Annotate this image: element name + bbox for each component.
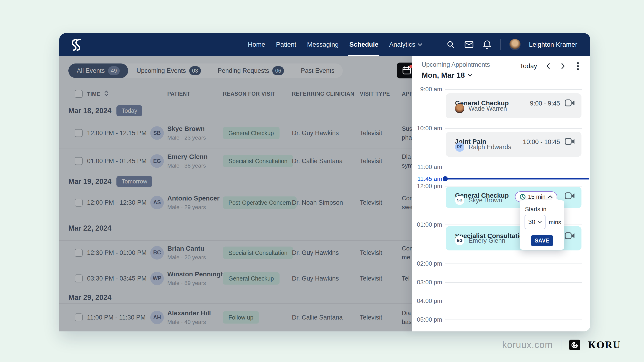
- person-name: Wade Warren: [468, 105, 507, 112]
- chevron-left-icon[interactable]: [544, 62, 552, 70]
- chevron-right-icon[interactable]: [559, 62, 567, 70]
- hour-line: [445, 186, 582, 186]
- appointment-time: 12:00 PM - 12:30 PM: [87, 199, 146, 206]
- user-avatar[interactable]: [509, 39, 520, 50]
- reason-pill: General Checkup: [223, 272, 280, 284]
- patient-name: Winston Pennington: [167, 270, 231, 278]
- top-nav: Home Patient Messaging Schedule Analytic…: [59, 33, 590, 56]
- group-date: Mar 29, 2024: [68, 294, 111, 302]
- visit-type: Televisit: [360, 314, 382, 321]
- video-camera-icon[interactable]: [565, 232, 575, 240]
- mail-icon[interactable]: [464, 40, 474, 50]
- select-all-checkbox[interactable]: [75, 90, 82, 98]
- visit-type: Televisit: [360, 199, 382, 206]
- koru-brand-name: KORU: [588, 339, 621, 351]
- panel-date-selector[interactable]: Mon, Mar 18: [422, 71, 472, 80]
- footer-divider: [561, 340, 562, 350]
- nav-actions: Leighton Kramer: [446, 33, 577, 56]
- today-button[interactable]: Today: [520, 62, 537, 70]
- table-row: 12:00 PM - 12:30 PM AS Antonio Spencer M…: [59, 189, 412, 216]
- referring-clinician: Dr. Guy Hawkins: [292, 249, 339, 256]
- patient-info: Antonio Spencer Male · 29 years: [167, 195, 220, 210]
- video-camera-icon[interactable]: [565, 138, 575, 146]
- patient-meta: Male · 23 years: [167, 134, 206, 141]
- hour-line: [445, 320, 582, 320]
- date-group-mar-22: Mar 22, 2024: [59, 216, 412, 240]
- table-row: 11:00 PM - 11:30 PM AH Alexander Hill Ma…: [59, 304, 412, 332]
- row-checkbox[interactable]: [75, 249, 82, 257]
- footer-site-link[interactable]: koruux.com: [502, 340, 553, 350]
- today-badge: Today: [116, 105, 142, 116]
- patient-info: Alexander Hill Male · 40 years: [167, 310, 211, 325]
- patient-info: Skye Brown Male · 23 years: [167, 125, 206, 141]
- panel-title: Upcoming Appointments: [422, 61, 490, 68]
- calendar-view-button[interactable]: [397, 62, 412, 78]
- time-label: 02:00 pm: [415, 260, 442, 267]
- column-patient: PATIENT: [167, 91, 190, 97]
- person-avatar: [455, 104, 464, 113]
- row-checkbox[interactable]: [75, 157, 82, 165]
- koru-logo-icon: [569, 340, 580, 350]
- referring-clinician: Dr. Callie Santana: [292, 314, 343, 321]
- search-icon[interactable]: [446, 40, 456, 50]
- tomorrow-badge: Tomorrow: [116, 176, 152, 187]
- row-checkbox[interactable]: [75, 314, 82, 322]
- time-label: 05:00 pm: [415, 316, 442, 323]
- patient-avatar: AS: [150, 196, 164, 209]
- patient-avatar: BC: [150, 246, 164, 260]
- notification-bell-icon[interactable]: [482, 40, 492, 50]
- save-button[interactable]: SAVE: [531, 235, 553, 246]
- date-group-mar-29: Mar 29, 2024: [59, 292, 412, 304]
- appointment-time: 11:00 PM - 11:30 PM: [87, 314, 146, 321]
- brand-logo-icon[interactable]: [70, 38, 85, 51]
- appointment-person: Wade Warren: [455, 104, 507, 113]
- starts-in-label: Starts in: [525, 206, 546, 213]
- reason-pill: Follow up: [223, 311, 259, 324]
- row-checkbox[interactable]: [75, 198, 82, 206]
- appointment-person: SB Skye Brown: [455, 196, 502, 205]
- row-checkbox[interactable]: [75, 129, 82, 137]
- current-time-label: 11:45 am: [415, 175, 442, 182]
- tab-pending-requests[interactable]: Pending Requests 06: [209, 64, 292, 78]
- chevron-down-icon: [538, 221, 542, 223]
- appointment-person: RE Ralph Edwards: [455, 142, 511, 152]
- tab-upcoming-events[interactable]: Upcoming Events 03: [128, 64, 209, 78]
- minutes-select[interactable]: 30: [524, 215, 546, 229]
- nav-item-analytics[interactable]: Analytics: [389, 33, 422, 56]
- patient-name: Alexander Hill: [167, 310, 211, 317]
- time-label: 01:00 pm: [415, 221, 442, 228]
- hour-line: [445, 167, 582, 167]
- sort-icon: [104, 90, 108, 96]
- nav-item-messaging[interactable]: Messaging: [307, 33, 338, 56]
- hour-line: [445, 264, 582, 264]
- video-camera-icon[interactable]: [565, 99, 575, 107]
- visit-type: Televisit: [360, 130, 382, 137]
- appointment-card-general-checkup-9am[interactable]: General Checkup 9:00 - 9:45 Wade Warren: [446, 93, 582, 118]
- upcoming-events-count-badge: 03: [189, 66, 201, 75]
- date-group-mar-19: Mar 19, 2024 Tomorrow: [59, 174, 412, 189]
- row-checkbox[interactable]: [75, 274, 82, 282]
- time-label: 04:00 pm: [415, 297, 442, 304]
- user-name: Leighton Kramer: [529, 41, 577, 48]
- referring-clinician: Dr. Guy Hawkins: [292, 130, 339, 137]
- video-camera-icon[interactable]: [565, 192, 575, 200]
- patient-meta: Male · 29 years: [167, 204, 220, 210]
- column-note: APP: [402, 91, 412, 97]
- person-avatar: SB: [455, 196, 464, 205]
- appointment-card-joint-pain[interactable]: Joint Pain 10:00 - 10:45 RE Ralph Edward…: [446, 132, 582, 157]
- table-row: 12:00 PM - 12:15 PM SB Skye Brown Male ·…: [59, 118, 412, 148]
- appointment-time: 12:00 PM - 12:15 PM: [87, 130, 146, 137]
- tab-all-events[interactable]: All Events 49: [68, 64, 128, 78]
- nav-item-patient[interactable]: Patient: [276, 33, 296, 56]
- nav-item-home[interactable]: Home: [248, 33, 265, 56]
- app-window: Home Patient Messaging Schedule Analytic…: [59, 33, 590, 332]
- nav-item-schedule[interactable]: Schedule: [349, 33, 378, 56]
- appointment-note: Conme: [402, 244, 412, 262]
- column-time[interactable]: TIME: [87, 90, 108, 97]
- tab-past-events[interactable]: Past Events: [292, 64, 343, 78]
- kebab-menu-icon[interactable]: [574, 62, 582, 70]
- appointment-person: EG Emery Glenn: [455, 236, 506, 245]
- reason-pill: Specialist Consultation: [223, 155, 293, 167]
- patient-name: Emery Glenn: [167, 153, 208, 160]
- chevron-down-icon: [468, 74, 472, 76]
